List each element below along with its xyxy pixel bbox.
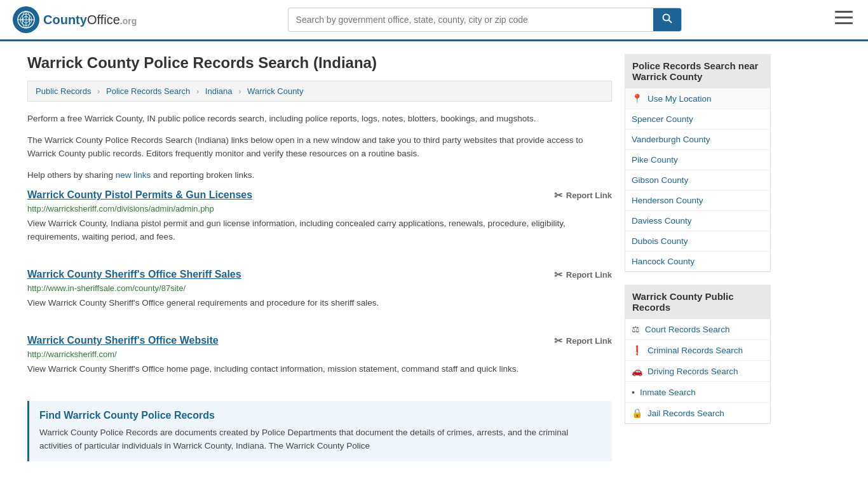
inmate-icon: ▪ — [632, 387, 635, 397]
svg-line-7 — [668, 20, 672, 24]
report-link-1[interactable]: ✂ Report Link — [554, 189, 612, 201]
find-section-text: Warrick County Police Records are docume… — [39, 426, 602, 452]
result-link-1[interactable]: Warrick County Pistol Permits & Gun Lice… — [27, 189, 252, 201]
nearby-link-daviess[interactable]: Daviess County — [625, 211, 770, 231]
result-item-2: Warrick County Sheriff's Office Sheriff … — [27, 269, 612, 320]
breadcrumb-public-records[interactable]: Public Records — [36, 86, 91, 96]
search-bar — [288, 8, 682, 32]
intro-paragraph-1: Perform a free Warrick County, IN public… — [27, 112, 612, 126]
nearby-links: 📍 Use My Location Spencer County Vanderb… — [625, 88, 771, 272]
result-title-1: Warrick County Pistol Permits & Gun Lice… — [27, 189, 612, 201]
find-section-heading: Find Warrick County Police Records — [39, 410, 602, 421]
breadcrumb: Public Records › Police Records Search ›… — [27, 81, 612, 102]
nearby-section: Police Records Search near Warrick Count… — [625, 54, 771, 272]
main-container: Warrick County Police Records Search (In… — [15, 41, 853, 474]
logo-icon — [13, 6, 39, 33]
intro-paragraph-3: Help others by sharing new links and rep… — [27, 168, 612, 182]
nearby-link-vanderburgh[interactable]: Vanderburgh County — [625, 130, 770, 150]
search-input[interactable] — [288, 10, 653, 30]
result-url-3: http://warricksheriff.com/ — [27, 349, 612, 359]
header: CountyOffice.org — [0, 0, 868, 41]
site-logo-text: CountyOffice.org — [43, 13, 137, 27]
pub-link-driving[interactable]: 🚗 Driving Records Search — [625, 361, 770, 382]
breadcrumb-police-records[interactable]: Police Records Search — [106, 86, 190, 96]
public-records-links: ⚖ Court Records Search ❗ Criminal Record… — [625, 319, 771, 424]
result-item-1: Warrick County Pistol Permits & Gun Lice… — [27, 189, 612, 254]
car-icon: 🚗 — [632, 366, 642, 376]
intro-paragraph-2: The Warrick County Police Records Search… — [27, 133, 612, 161]
pub-link-inmate[interactable]: ▪ Inmate Search — [625, 382, 770, 403]
use-location-item[interactable]: 📍 Use My Location — [625, 88, 770, 109]
page-title: Warrick County Police Records Search (In… — [27, 54, 612, 72]
svg-rect-10 — [835, 22, 853, 24]
report-label-1: Report Link — [566, 191, 612, 200]
nearby-link-dubois[interactable]: Dubois County — [625, 231, 770, 252]
result-desc-1: View Warrick County, Indiana pistol perm… — [27, 217, 612, 243]
nearby-link-gibson[interactable]: Gibson County — [625, 170, 770, 191]
new-links-link[interactable]: new links — [116, 170, 151, 180]
result-title-2: Warrick County Sheriff's Office Sheriff … — [27, 269, 612, 281]
nearby-link-henderson[interactable]: Henderson County — [625, 191, 770, 211]
result-desc-3: View Warrick County Sheriff's Office hom… — [27, 363, 612, 376]
hamburger-menu-icon[interactable] — [832, 8, 855, 31]
breadcrumb-indiana[interactable]: Indiana — [205, 86, 233, 96]
result-title-3: Warrick County Sheriff's Office Website … — [27, 335, 612, 347]
report-icon-3: ✂ — [554, 335, 562, 347]
report-label-2: Report Link — [566, 270, 612, 280]
svg-rect-8 — [835, 11, 853, 13]
criminal-icon: ❗ — [632, 345, 642, 355]
pub-link-jail[interactable]: 🔒 Jail Records Search — [625, 403, 770, 423]
nearby-link-hancock[interactable]: Hancock County — [625, 252, 770, 271]
nearby-link-spencer[interactable]: Spencer County — [625, 109, 770, 130]
svg-rect-9 — [835, 17, 853, 18]
breadcrumb-sep1: › — [97, 86, 100, 96]
result-url-2: http://www.in-sheriffsale.com/county/87s… — [27, 283, 612, 293]
svg-point-6 — [663, 15, 669, 21]
report-label-3: Report Link — [566, 336, 612, 346]
public-records-heading: Warrick County Public Records — [625, 285, 771, 319]
breadcrumb-sep3: › — [238, 86, 241, 96]
nearby-section-heading: Police Records Search near Warrick Count… — [625, 54, 771, 88]
search-button[interactable] — [653, 8, 681, 31]
result-link-2[interactable]: Warrick County Sheriff's Office Sheriff … — [27, 269, 241, 280]
report-link-3[interactable]: ✂ Report Link — [554, 335, 612, 347]
report-icon-2: ✂ — [554, 269, 562, 281]
result-item-3: Warrick County Sheriff's Office Website … — [27, 335, 612, 386]
result-link-3[interactable]: Warrick County Sheriff's Office Website — [27, 335, 219, 346]
breadcrumb-sep2: › — [196, 86, 199, 96]
location-pin-icon: 📍 — [632, 93, 642, 104]
court-icon: ⚖ — [632, 324, 640, 334]
result-desc-2: View Warrick County Sheriff's Office gen… — [27, 297, 612, 309]
sidebar: Police Records Search near Warrick Count… — [625, 54, 771, 461]
result-url-1: http://warricksheriff.com/divisions/admi… — [27, 204, 612, 214]
public-records-section: Warrick County Public Records ⚖ Court Re… — [625, 285, 771, 424]
use-location-link[interactable]: Use My Location — [648, 94, 712, 104]
nearby-link-pike[interactable]: Pike County — [625, 150, 770, 170]
find-section: Find Warrick County Police Records Warri… — [27, 401, 612, 461]
report-link-2[interactable]: ✂ Report Link — [554, 269, 612, 281]
report-icon-1: ✂ — [554, 189, 562, 201]
pub-link-court[interactable]: ⚖ Court Records Search — [625, 319, 770, 340]
pub-link-criminal[interactable]: ❗ Criminal Records Search — [625, 340, 770, 361]
logo-area: CountyOffice.org — [13, 6, 137, 33]
breadcrumb-warrick-county[interactable]: Warrick County — [247, 86, 303, 96]
jail-icon: 🔒 — [632, 408, 642, 418]
content-area: Warrick County Police Records Search (In… — [27, 54, 612, 461]
